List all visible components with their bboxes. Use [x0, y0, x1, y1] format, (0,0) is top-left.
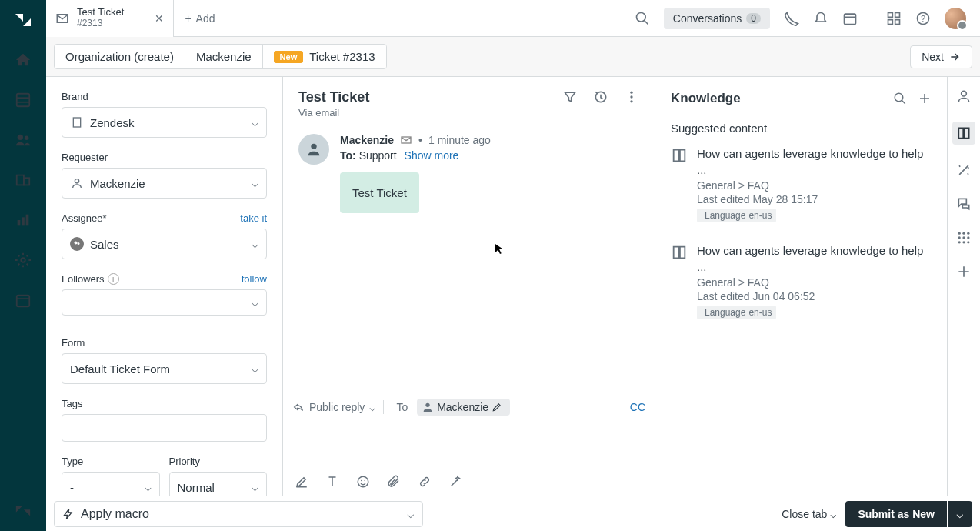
conversations-context-icon[interactable]	[955, 195, 972, 212]
cc-link[interactable]: CC	[630, 401, 645, 413]
close-tab-button[interactable]: Close tab ⌵	[782, 508, 836, 520]
add-context-icon[interactable]	[955, 263, 972, 280]
article-breadcrumb: General > FAQ	[697, 179, 932, 192]
close-icon[interactable]: ✕	[155, 12, 164, 25]
knowledge-panel: Knowledge Suggested content How can agen…	[655, 77, 948, 496]
cursor-icon	[495, 243, 505, 254]
reply-icon	[292, 401, 305, 413]
help-icon[interactable]: ?	[915, 11, 931, 26]
breadcrumb: Organization (create) Mackenzie New Tick…	[54, 44, 387, 69]
search-icon[interactable]	[635, 11, 650, 26]
home-icon[interactable]	[14, 51, 32, 69]
svg-rect-11	[17, 296, 30, 307]
svg-point-27	[75, 179, 78, 183]
svg-rect-9	[26, 215, 29, 226]
plus-icon: +	[185, 12, 191, 25]
crumb-ticket-label: Ticket #2313	[309, 50, 375, 63]
svg-rect-24	[73, 118, 80, 127]
calendar-icon[interactable]	[14, 291, 32, 309]
organizations-icon[interactable]	[14, 171, 32, 189]
assignee-label: Assignee*	[62, 212, 107, 224]
submit-dropdown[interactable]: ⌵	[948, 501, 972, 527]
submit-button[interactable]: Submit as New	[845, 501, 947, 527]
search-icon[interactable]	[893, 92, 907, 105]
magic-wand-icon[interactable]	[448, 474, 463, 489]
crumb-organization[interactable]: Organization (create)	[55, 45, 185, 68]
reply-label: Public reply	[309, 401, 365, 413]
apps-context-icon[interactable]	[955, 229, 972, 246]
recipient-pill[interactable]: Mackenzie	[417, 399, 510, 416]
composer: Public reply ⌵ To Mackenzie CC	[283, 392, 655, 496]
product-logo-icon[interactable]	[14, 11, 32, 29]
phone-icon[interactable]	[784, 11, 799, 26]
views-icon[interactable]	[14, 91, 32, 109]
crumb-ticket[interactable]: New Ticket #2313	[263, 45, 386, 68]
text-format-icon[interactable]	[325, 474, 340, 489]
reporting-icon[interactable]	[14, 211, 32, 229]
tags-input[interactable]	[62, 414, 267, 442]
apps-icon[interactable]	[886, 11, 902, 26]
svg-point-48	[967, 236, 969, 239]
svg-point-50	[962, 241, 965, 243]
events-icon[interactable]	[593, 89, 608, 105]
info-icon: i	[108, 273, 119, 285]
tab-subtitle: #2313	[77, 18, 124, 29]
pill-name: Mackenzie	[437, 401, 488, 413]
lightning-icon	[62, 508, 75, 520]
admin-icon[interactable]	[14, 251, 32, 269]
composer-textarea[interactable]	[283, 422, 655, 468]
edit-draft-icon[interactable]	[294, 474, 309, 489]
chevron-down-icon: ⌵	[830, 508, 836, 520]
attachment-icon[interactable]	[386, 474, 402, 489]
knowledge-article[interactable]: How can agents leverage knowledge to hel…	[671, 242, 932, 319]
sender-name: Mackenzie	[340, 134, 394, 146]
apply-macro-select[interactable]: Apply macro ⌵	[54, 501, 423, 527]
article-icon	[671, 244, 688, 261]
show-more-link[interactable]: Show more	[405, 149, 459, 162]
add-tab-button[interactable]: + Add	[174, 12, 225, 25]
svg-rect-19	[895, 12, 900, 17]
calendar-top-icon[interactable]	[842, 11, 858, 26]
zendesk-logo-icon[interactable]	[14, 502, 32, 520]
next-button[interactable]: Next	[910, 45, 972, 68]
svg-point-51	[967, 241, 969, 243]
crumb-user[interactable]: Mackenzie	[185, 45, 263, 68]
article-icon	[671, 147, 688, 164]
plus-icon[interactable]	[918, 92, 932, 105]
tab-ticket[interactable]: Test Ticket #2313 ✕	[46, 0, 174, 37]
edit-icon	[492, 402, 502, 412]
profile-avatar[interactable]	[945, 8, 966, 29]
form-select[interactable]: Default Ticket Form ⌵	[62, 353, 267, 384]
knowledge-article[interactable]: How can agents leverage knowledge to hel…	[671, 145, 932, 222]
ai-context-icon[interactable]	[955, 162, 972, 179]
link-icon[interactable]	[417, 474, 432, 489]
divider	[383, 400, 384, 414]
svg-point-39	[365, 480, 366, 482]
customers-icon[interactable]	[14, 131, 32, 149]
type-value: -	[70, 481, 74, 494]
more-icon[interactable]	[624, 89, 639, 105]
conversations-button[interactable]: Conversations 0	[664, 8, 770, 29]
svg-rect-0	[17, 94, 30, 107]
notifications-icon[interactable]	[813, 11, 828, 26]
type-select[interactable]: - ⌵	[62, 472, 160, 496]
reply-mode-select[interactable]: Public reply ⌵	[292, 400, 387, 414]
svg-point-47	[962, 236, 965, 239]
svg-line-41	[902, 100, 905, 104]
priority-select[interactable]: Normal ⌵	[169, 472, 268, 496]
emoji-icon[interactable]	[355, 474, 371, 489]
follow-link[interactable]: follow	[242, 273, 267, 285]
followers-select[interactable]: ⌵	[62, 289, 267, 316]
knowledge-context-icon[interactable]	[952, 122, 975, 145]
filter-icon[interactable]	[562, 89, 578, 105]
envelope-icon	[55, 12, 69, 25]
language-badge: Languageen-us	[697, 306, 776, 319]
user-context-icon[interactable]	[955, 88, 972, 105]
take-it-link[interactable]: take it	[240, 212, 267, 224]
brand-select[interactable]: Zendesk ⌵	[62, 107, 267, 138]
requester-select[interactable]: Mackenzie ⌵	[62, 168, 267, 199]
brand-label: Brand	[62, 91, 267, 102]
assignee-select[interactable]: Sales ⌵	[62, 229, 267, 259]
mail-icon	[400, 134, 412, 146]
priority-value: Normal	[178, 481, 215, 494]
